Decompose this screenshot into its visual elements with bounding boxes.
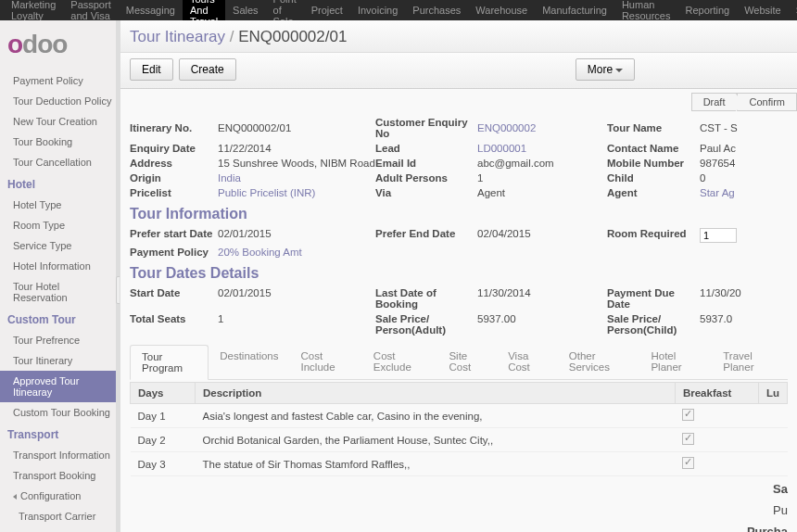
label: Prefer start Date [130,228,218,243]
link[interactable]: ENQ000002 [477,122,607,133]
room-required-input[interactable] [700,228,797,243]
edit-button[interactable]: Edit [130,58,173,81]
sidebar-item[interactable]: Custom Tour Booking [0,402,120,423]
side-head: Transport [0,423,120,445]
cell: Day 3 [131,452,196,476]
label: Address [130,158,218,169]
link[interactable]: India [218,172,375,184]
label: Last Date of Booking [375,287,477,310]
sidebar-item[interactable]: Tour Cancellation [0,152,120,172]
tab[interactable]: Tour Program [130,345,209,380]
cell: Asia's longest and fastest Cable car, Ca… [196,404,676,428]
link[interactable]: Public Pricelist (INR) [218,187,375,198]
cutoff-label: Sa [130,476,788,498]
cutoff-label: Pu [130,498,788,519]
header-fields: Itinerary No.ENQ000002/01 Customer Enqui… [130,117,788,198]
label: Lead [375,143,477,154]
label: Sale Price/ Person(Adult) [375,313,477,336]
sidebar-item[interactable]: Approved Tour Itinearay [0,371,120,402]
tab[interactable]: Site Cost [437,345,497,379]
label: Email Id [375,158,477,169]
table-row[interactable]: Day 2Orchid Botanical Garden, the Parlia… [131,428,788,452]
menu-warehouse[interactable]: Warehouse [468,1,535,19]
sidebar-item[interactable]: Room Type [0,215,120,235]
sidebar: odoo Payment PolicyTour Deduction Policy… [0,20,120,532]
tab[interactable]: Destinations [209,345,289,379]
tab[interactable]: Other Services [558,345,640,379]
cell: The statue of Sir Thomas Stamford Raffle… [196,452,676,476]
table-row[interactable]: Day 1Asia's longest and fastest Cable ca… [131,404,788,428]
sidebar-item[interactable]: Service Type [0,235,120,256]
side-head: Custom Tour [0,308,120,330]
value: 5937.0 [700,313,797,336]
create-button[interactable]: Create [179,58,236,81]
sidebar-item[interactable]: Transport Information [0,445,120,465]
value: 987654 [700,158,797,169]
cell-checkbox[interactable] [675,452,758,476]
sidebar-item[interactable]: Transport Booking [0,465,120,486]
menu-messaging[interactable]: Messaging [119,1,183,19]
cell-checkbox[interactable] [675,428,758,452]
col-head: Description [196,383,676,404]
tab[interactable]: Travel Planer [712,345,788,379]
table-row[interactable]: Day 3The statue of Sir Thomas Stamford R… [131,452,788,476]
sidebar-item[interactable]: Configuration [0,486,120,506]
tab[interactable]: Cost Include [290,345,362,379]
label: Total Seats [130,313,218,336]
status-draft[interactable]: Draft [691,93,738,111]
sidebar-resize[interactable] [116,20,120,532]
status-confirm[interactable]: Confirm [737,93,797,111]
label: Mobile Number [607,158,700,169]
menu-project[interactable]: Project [304,1,350,19]
sidebar-subitem[interactable]: Travel Class [0,526,120,532]
menu-settings[interactable]: Settings [789,1,797,19]
label: Room Required [607,228,700,243]
label: Pricelist [130,187,218,198]
more-button[interactable]: More [576,58,635,81]
col-head: Lu [758,383,787,404]
menu-website[interactable]: Website [737,1,789,19]
sidebar-item[interactable]: Tour Itinerary [0,350,120,371]
value: 1 [218,313,375,336]
menu-manufacturing[interactable]: Manufacturing [535,1,614,19]
link[interactable]: LD000001 [477,143,607,154]
tab[interactable]: Hotel Planer [639,345,712,379]
label: Sale Price/ Person(Child) [607,313,700,336]
sidebar-item[interactable]: Hotel Information [0,256,120,276]
value: 5937.00 [477,313,607,336]
label: Via [375,187,477,198]
col-head: Breakfast [675,383,758,404]
cell-checkbox[interactable] [675,404,758,428]
menu-sales[interactable]: Sales [225,1,266,19]
tabs: Tour ProgramDestinationsCost IncludeCost… [130,345,788,380]
sidebar-subitem[interactable]: Transport Carrier [0,506,120,526]
label: Adult Persons [375,172,477,184]
sidebar-item[interactable]: Payment Policy [0,70,120,91]
link[interactable]: 20% Booking Amt [218,247,375,258]
tab[interactable]: Cost Exclude [362,345,438,379]
sidebar-item[interactable]: Tour Hotel Reservation [0,276,120,308]
cutoff-label: Purcha [130,519,788,532]
breadcrumb-current: ENQ000002/01 [238,28,347,45]
sidebar-item[interactable]: Tour Prefrence [0,330,120,350]
tab[interactable]: Visa Cost [497,345,558,379]
chevron-down-icon [615,69,623,72]
tour-program-table: DaysDescriptionBreakfastLu Day 1Asia's l… [130,382,788,476]
menu-reporting[interactable]: Reporting [677,1,737,19]
breadcrumb-parent[interactable]: Tour Itinearay [130,28,225,45]
label: Customer Enquiry No [375,117,477,139]
label: Payment Policy [130,247,218,258]
label: Origin [130,172,218,184]
label: Agent [607,187,700,198]
sidebar-item[interactable]: Tour Booking [0,132,120,152]
value: abc@gmail.com [477,158,607,169]
link[interactable]: Star Ag [700,187,797,198]
label: Child [607,172,700,184]
menu-purchases[interactable]: Purchases [405,1,468,19]
menu-invoicing[interactable]: Invoicing [350,1,405,19]
cell: Day 1 [131,404,196,428]
sidebar-item[interactable]: New Tour Creation [0,111,120,132]
sidebar-item[interactable]: Hotel Type [0,195,120,215]
value: 11/30/20 [700,287,797,310]
sidebar-item[interactable]: Tour Deduction Policy [0,91,120,111]
